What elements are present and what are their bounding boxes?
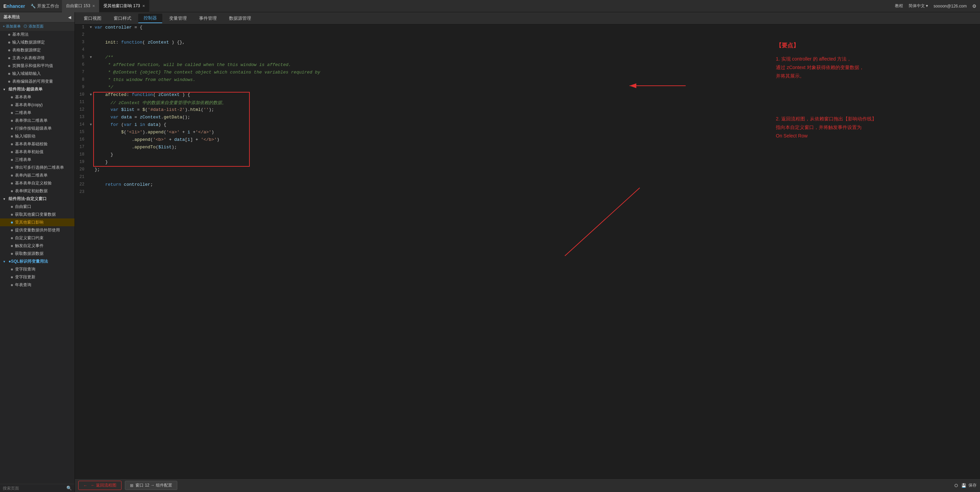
topbar: Enhancer 开发工作台 自由窗口 153 ✕ 受其他窗口影响 173 ✕ … [0, 0, 980, 12]
app-logo: Enhancer [3, 3, 25, 9]
sidebar-item-form-init[interactable]: 基本表单初始值 [0, 148, 75, 156]
dot-icon [8, 49, 10, 51]
sidebar-item-field-update[interactable]: 变字段更新 [0, 273, 75, 281]
sidebar-item-popup-form[interactable]: 表单弹出二维表单 [0, 117, 75, 124]
sidebar-item-free-window[interactable]: 自由窗口 [0, 203, 75, 211]
dot-icon [11, 151, 13, 153]
return-button[interactable]: ← ← 返回流程图 [78, 481, 121, 490]
sidebar-item-provide-vars[interactable]: 提供变量数据供外部使用 [0, 226, 75, 234]
sidebar-item-editor-vars[interactable]: 表格编辑器的可用变量 [0, 78, 75, 85]
sidebar-item-trigger-event[interactable]: 触发自定义事件 [0, 242, 75, 250]
dot-icon [11, 112, 13, 114]
content-area: 窗口视图 窗口样式 控制器 变量管理 事件管理 数据源管理 1 ▼ var co… [75, 12, 980, 492]
tab-variable-manage[interactable]: 变量管理 [164, 14, 192, 23]
sidebar-item-2d-form[interactable]: 二维表单 [0, 109, 75, 117]
dot-icon [11, 127, 13, 130]
sidebar-item-basic-form[interactable]: 基本表单 [0, 93, 75, 101]
dot-icon [11, 175, 13, 177]
search-icon[interactable]: 🔍 [66, 486, 72, 490]
add-menu-button[interactable]: + 添加菜单 [3, 24, 21, 29]
code-line-18: 18 } [75, 152, 980, 159]
sidebar-search-bar: 🔍 [0, 484, 75, 492]
dot-icon [11, 143, 13, 145]
settings-icon[interactable]: ⚙ [972, 3, 977, 9]
search-input[interactable] [3, 486, 66, 490]
sidebar-item-input-bind[interactable]: 输入域数据源绑定 [0, 38, 75, 46]
close-tab-1-icon[interactable]: ✕ [142, 4, 145, 8]
sidebar-item-multirow-form[interactable]: 弹出可多行选择的二维表单 [0, 164, 75, 172]
code-line-13: 13 var data = zContext.getData(); [75, 114, 980, 122]
sidebar-item-custom-validate[interactable]: 基本表单自定义校验 [0, 179, 75, 187]
sidebar-item-basic-form-copy[interactable]: 基本表单(copy) [0, 101, 75, 109]
tab-window-view[interactable]: 窗口视图 [78, 14, 107, 23]
sidebar-item-embed-form[interactable]: 表单内嵌二维表单 [0, 172, 75, 179]
sidebar-item-3d-form[interactable]: 三维表单 [0, 156, 75, 164]
sidebar-item-get-datasource[interactable]: 获取数据源数据 [0, 250, 75, 258]
tab-datasource-manage[interactable]: 数据源管理 [224, 14, 256, 23]
sidebar-header: 基本用法 ◀ [0, 12, 75, 22]
close-tab-0-icon[interactable]: ✕ [92, 4, 95, 8]
sidebar-item-constraint[interactable]: 自定义窗口约束 [0, 234, 75, 242]
sidebar-item-table-bind[interactable]: 表格数据源绑定 [0, 46, 75, 54]
sidebar-group-form[interactable]: 组件用法-超级表单 [0, 85, 75, 93]
sidebar-group-custom-window[interactable]: 组件用法-自定义窗口 [0, 195, 75, 203]
language-selector[interactable]: 简体中文 ▾ [908, 3, 928, 9]
code-line-4: 4 [75, 47, 980, 54]
dot-icon [11, 269, 13, 271]
sidebar-item-input-assist[interactable]: 输入域辅助输入 [0, 70, 75, 78]
dot-icon [8, 41, 10, 43]
sidebar-item-year-query[interactable]: 年表查询 [0, 281, 75, 289]
return-arrow-icon: ← [83, 483, 88, 488]
editor-area: 1 ▼ var controller = { 2 3 init: functio… [75, 24, 980, 478]
code-line-15: 15 $('<li>').append('<a>' + i +'</a>') [75, 129, 980, 137]
sidebar-item-form-validate[interactable]: 基本表单基础校验 [0, 140, 75, 148]
sidebar-item-row-action[interactable]: 行操作按钮超级表单 [0, 124, 75, 132]
code-line-11: 11 // zContext 中的数据来自变量管理中添加依赖的数据。 [75, 99, 980, 107]
tab-controller[interactable]: 控制器 [138, 14, 162, 23]
dot-icon [11, 167, 13, 169]
sidebar-tree: 基本用法 输入域数据源绑定 表格数据源绑定 主表->从表格详情 页脚显示和值和平… [0, 30, 75, 484]
code-line-5: 5 ▼ /** [75, 54, 980, 62]
tab-event-manage[interactable]: 事件管理 [194, 14, 222, 23]
code-editor[interactable]: 1 ▼ var controller = { 2 3 init: functio… [75, 24, 980, 478]
sidebar-item-master-detail[interactable]: 主表->从表格详情 [0, 54, 75, 62]
sidebar-collapse-icon[interactable]: ◀ [68, 15, 71, 20]
dot-icon [11, 96, 13, 98]
code-line-9: 9 */ [75, 84, 980, 92]
top-tab-1[interactable]: 受其他窗口影响 173 ✕ [99, 0, 149, 12]
dot-icon [8, 73, 10, 75]
code-line-12: 12 var $list = $('#data-list-2').html(''… [75, 107, 980, 114]
sidebar-title: 基本用法 [3, 14, 20, 20]
dot-icon [11, 276, 13, 278]
dot-icon [11, 284, 13, 286]
sidebar-item-field-query[interactable]: 变字段查询 [0, 265, 75, 273]
add-page-button[interactable]: ◎ 添加页面 [24, 24, 43, 29]
sidebar-actions: + 添加菜单 ◎ 添加页面 [0, 22, 75, 30]
sidebar-item-get-vars[interactable]: 获取其他窗口变量数据 [0, 211, 75, 218]
top-tab-0[interactable]: 自由窗口 153 ✕ [62, 0, 99, 12]
code-line-8: 8 * this window from other windows. [75, 77, 980, 84]
dot-icon [8, 81, 10, 83]
code-line-7: 7 * @zContext {object} The context objec… [75, 69, 980, 77]
code-line-1: 1 ▼ var controller = { [75, 24, 980, 32]
code-line-2: 2 [75, 32, 980, 40]
sidebar-item-affected[interactable]: 受其他窗口影响 [0, 218, 75, 226]
bottom-bar: ← ← 返回流程图 ⊞ 窗口 12 → 组件配置 💾 保存 [75, 478, 980, 492]
user-account[interactable]: soooon@126.com [933, 4, 967, 8]
sidebar-item-footer[interactable]: 页脚显示和值和平均值 [0, 62, 75, 70]
dot-icon [11, 104, 13, 106]
sidebar-item-input-link[interactable]: 输入域联动 [0, 132, 75, 140]
dot-icon [8, 57, 10, 59]
sidebar-item-basic-usage[interactable]: 基本用法 [0, 30, 75, 38]
window-config-button[interactable]: ⊞ 窗口 12 → 组件配置 [125, 481, 177, 490]
dot-icon [8, 65, 10, 67]
save-button[interactable]: 💾 保存 [961, 482, 977, 488]
tab-window-style[interactable]: 窗口样式 [108, 14, 137, 23]
code-line-23: 23 [75, 189, 980, 197]
sidebar-item-bind-init[interactable]: 表单绑定初始数据 [0, 187, 75, 195]
code-line-22: 22 return controller; [75, 182, 980, 189]
sidebar-group-sql[interactable]: ●SQL标识符变量用法 [0, 258, 75, 265]
tutorial-link[interactable]: 教程 [895, 3, 903, 9]
code-line-10: 10 ▼ affected: function( zContext ) { [75, 92, 980, 99]
dot-icon [11, 190, 13, 192]
